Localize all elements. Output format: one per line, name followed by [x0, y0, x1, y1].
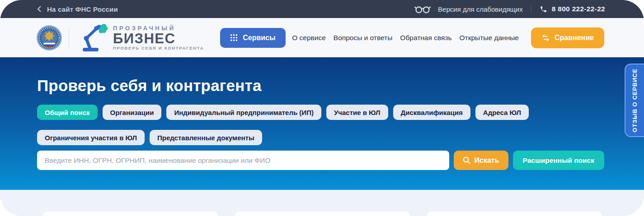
preview-card	[235, 211, 410, 216]
accessibility-label: Версия для слабовидящих	[438, 5, 523, 13]
compare-button-label: Сравнение	[555, 34, 594, 42]
services-button-label: Сервисы	[243, 34, 275, 42]
phone-number: 8 800 222-22-22	[552, 5, 605, 13]
back-to-fns-link[interactable]: На сайт ФНС России	[37, 5, 118, 13]
topbar-divider	[531, 5, 531, 13]
brand-wordmark: ПРОЗРАЧНЫЙ БИЗНЕС ПРОВЕРЬ СЕБЯ И КОНТРАГ…	[113, 25, 204, 51]
magnifier-icon	[463, 156, 470, 164]
tab-participation-in-legal-entity[interactable]: Участие в ЮЛ	[326, 105, 388, 120]
content-section	[0, 190, 644, 216]
brand-line3: ПРОВЕРЬ СЕБЯ И КОНТРАГЕНТА	[113, 46, 204, 51]
accessibility-version-link[interactable]: Версия для слабовидящих	[414, 4, 523, 14]
tab-legal-entity-addresses[interactable]: Адреса ЮЛ	[475, 105, 529, 120]
search-button[interactable]: Искать	[454, 151, 508, 170]
nav-feedback[interactable]: Обратная связь	[400, 34, 451, 42]
tab-submitted-documents[interactable]: Представленные документы	[150, 130, 262, 145]
search-tabs: Общий поиск Организации Индивидуальный п…	[37, 105, 604, 145]
tab-organizations[interactable]: Организации	[103, 105, 162, 120]
service-feedback-label: ОТЗЫВ О СЕРВИСЕ	[631, 69, 638, 132]
phone-icon	[540, 5, 547, 13]
compare-arrows-icon	[541, 34, 550, 41]
compare-button[interactable]: Сравнение	[531, 28, 604, 48]
hero-section: Проверь себя и контрагента Общий поиск О…	[0, 57, 644, 190]
brand-divider	[69, 28, 69, 48]
chevron-left-icon	[37, 6, 41, 12]
search-input[interactable]	[37, 151, 449, 170]
desk-lamp-icon	[77, 23, 109, 52]
brand-logo[interactable]: ПРОЗРАЧНЫЙ БИЗНЕС ПРОВЕРЬ СЕБЯ И КОНТРАГ…	[36, 23, 204, 52]
tab-general-search[interactable]: Общий поиск	[37, 105, 98, 120]
tab-individual-entrepreneur[interactable]: Индивидуальный предприниматель (ИП)	[166, 105, 321, 120]
tab-participation-restrictions[interactable]: Ограничения участия в ЮЛ	[37, 130, 145, 145]
services-button[interactable]: Сервисы	[220, 28, 285, 48]
nav-about-service[interactable]: О сервисе	[292, 34, 326, 42]
transparent-business-page: На сайт ФНС России Версия для слабовидящ…	[0, 0, 644, 216]
preview-card	[427, 211, 602, 216]
brand-line2: БИЗНЕС	[113, 32, 204, 46]
preview-card	[43, 211, 218, 216]
main-nav: О сервисе Вопросы и ответы Обратная связ…	[292, 34, 519, 42]
fns-emblem-icon	[36, 25, 62, 51]
search-row: Искать Расширенный поиск	[37, 151, 604, 170]
back-link-label: На сайт ФНС России	[47, 5, 118, 13]
topbar-right: Версия для слабовидящих 8 800 222-22-22	[414, 4, 605, 14]
page-title: Проверь себя и контрагента	[37, 77, 604, 95]
grid-dots-icon	[230, 34, 238, 41]
service-feedback-tab[interactable]: ОТЗЫВ О СЕРВИСЕ	[625, 64, 644, 137]
main-header: ПРОЗРАЧНЫЙ БИЗНЕС ПРОВЕРЬ СЕБЯ И КОНТРАГ…	[0, 18, 644, 57]
search-button-label: Искать	[475, 156, 499, 165]
nav-questions-answers[interactable]: Вопросы и ответы	[334, 34, 393, 42]
phone-link[interactable]: 8 800 222-22-22	[540, 5, 605, 13]
glasses-icon	[414, 4, 432, 14]
tab-disqualification[interactable]: Дисквалификация	[393, 105, 470, 120]
advanced-search-button[interactable]: Расширенный поиск	[513, 151, 604, 170]
nav-open-data[interactable]: Открытые данные	[460, 34, 519, 42]
top-bar: На сайт ФНС России Версия для слабовидящ…	[0, 0, 644, 18]
